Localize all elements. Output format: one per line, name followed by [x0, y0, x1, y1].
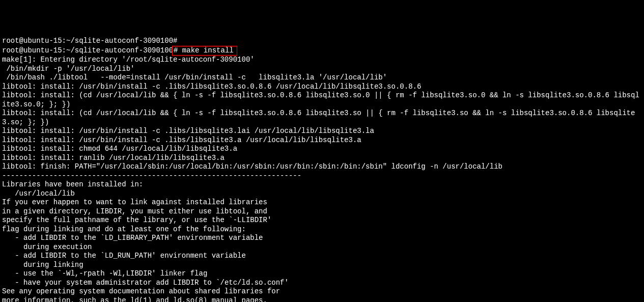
output-line: libtool: install: /usr/bin/install -c .l… [2, 83, 642, 92]
output-line: libtool: finish: PATH="/usr/local/sbin:/… [2, 162, 642, 172]
output-line: in a given directory, LIBDIR, you must e… [2, 207, 642, 216]
command-highlight-box: # make install [172, 46, 237, 56]
output-line: libtool: install: ranlib /usr/local/lib/… [2, 154, 642, 163]
output-line: /bin/mkdir -p '/usr/local/lib' [2, 65, 642, 74]
output-line: /bin/bash ./libtool --mode=install /usr/… [2, 73, 642, 83]
output-line: during linking [2, 261, 642, 270]
output-line: ----------------------------------------… [2, 172, 642, 181]
terminal-output[interactable]: root@ubuntu-15:~/sqlite-autoconf-3090100… [2, 37, 642, 302]
output-line: /usr/local/lib [2, 189, 642, 199]
output-line: Libraries have been installed in: [2, 180, 642, 189]
output-line: flag during linking and do at least one … [2, 225, 642, 234]
output-line: See any operating system documentation a… [2, 287, 642, 296]
output-line: libtool: install: (cd /usr/local/lib && … [2, 91, 642, 109]
output-line: during execution [2, 243, 642, 252]
output-line: - add LIBDIR to the `LD_RUN_PATH' enviro… [2, 252, 642, 261]
prompt-line-command: root@ubuntu-15:~/sqlite-autoconf-3090100… [2, 46, 642, 56]
output-line: make[1]: Entering directory '/root/sqlit… [2, 56, 642, 65]
output-line: libtool: install: (cd /usr/local/lib && … [2, 109, 642, 127]
output-line: If you ever happen to want to link again… [2, 198, 642, 207]
output-line: - have your system administrator add LIB… [2, 279, 642, 288]
output-line: libtool: install: /usr/bin/install -c .l… [2, 136, 642, 145]
output-line: libtool: install: chmod 644 /usr/local/l… [2, 145, 642, 154]
output-line: libtool: install: /usr/bin/install -c .l… [2, 127, 642, 136]
prompt-text: root@ubuntu-15:~/sqlite-autoconf-3090100 [2, 46, 173, 54]
output-line: - add LIBDIR to the `LD_LIBRARY_PATH' en… [2, 234, 642, 243]
output-line: more information, such as the ld(1) and … [2, 296, 642, 303]
output-line: - use the `-Wl,-rpath -Wl,LIBDIR' linker… [2, 269, 642, 279]
output-line: specify the full pathname of the library… [2, 216, 642, 225]
prompt-line-empty: root@ubuntu-15:~/sqlite-autoconf-3090100… [2, 37, 642, 46]
